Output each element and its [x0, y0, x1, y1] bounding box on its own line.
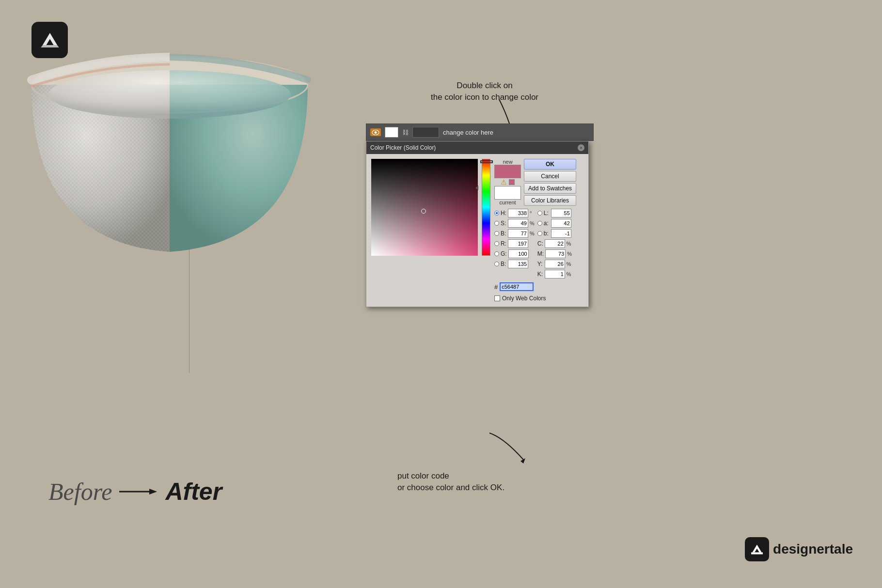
layer-thumbnail-white	[385, 127, 398, 138]
b3-field-row: b:	[537, 229, 572, 238]
add-to-swatches-button[interactable]: Add to Swatches	[524, 183, 576, 194]
m-unit: %	[567, 251, 572, 257]
hex-hash: #	[494, 283, 498, 291]
y-field-row: Y: %	[537, 260, 572, 268]
logo-bottom-right: designertale	[745, 537, 853, 561]
green-label: G:	[501, 250, 507, 257]
sat-input[interactable]	[508, 219, 528, 228]
red-field-row: R:	[494, 239, 535, 248]
sat-label: S:	[501, 220, 506, 227]
b3-label: b:	[544, 230, 550, 237]
red-label: R:	[501, 240, 506, 247]
logo-bottom-icon	[749, 542, 765, 557]
color-picker-close-button[interactable]: ×	[578, 144, 584, 151]
bright-unit: %	[530, 231, 535, 236]
k-input[interactable]	[545, 270, 565, 279]
m-input[interactable]	[545, 249, 566, 258]
sat-unit: %	[530, 220, 535, 226]
green-field-row: G:	[494, 249, 535, 258]
color-picker-title: Color Picker (Solid Color)	[370, 144, 436, 151]
l-field-row: L:	[537, 209, 572, 217]
layer-bar: ⛓ change color here	[366, 124, 594, 141]
gamut-warning-swatch[interactable]	[509, 179, 515, 185]
layer-name: change color here	[443, 129, 589, 136]
color-picker-right-panel: new ⚠ current OK Cancel Add to Swatches	[494, 159, 583, 302]
c-label: C:	[537, 240, 543, 247]
color-libraries-button[interactable]: Color Libraries	[524, 195, 576, 206]
svg-point-15	[375, 131, 377, 134]
before-after-labels: Before After	[48, 478, 222, 506]
y-unit: %	[567, 261, 571, 267]
layer-thumbnail-dark	[412, 127, 439, 138]
eye-icon[interactable]	[370, 128, 381, 136]
k-label: K:	[537, 271, 543, 278]
b3-radio[interactable]	[537, 231, 542, 236]
sat-radio[interactable]	[494, 221, 499, 226]
b3-input[interactable]	[551, 229, 571, 238]
hue-radio[interactable]	[494, 211, 499, 216]
m-label: M:	[537, 250, 544, 257]
current-color-swatch	[494, 186, 521, 200]
hex-input[interactable]	[500, 282, 534, 291]
red-input[interactable]	[508, 239, 528, 248]
color-picker-titlebar: Color Picker (Solid Color) ×	[366, 141, 588, 154]
bright-input[interactable]	[508, 229, 528, 238]
l-label: L:	[544, 210, 550, 217]
new-color-swatch	[494, 165, 521, 178]
bright-field-row: B: %	[494, 229, 535, 238]
m-field-row: M: %	[537, 249, 572, 258]
hue-field-row: H: °	[494, 209, 535, 217]
logo-box-icon	[745, 537, 769, 561]
a-radio[interactable]	[537, 221, 542, 226]
annotation-arrow-bottom	[485, 428, 533, 467]
swatch-buttons-row: new ⚠ current OK Cancel Add to Swatches	[494, 159, 583, 206]
green-radio[interactable]	[494, 251, 499, 256]
logo-bottom-text: designertale	[773, 542, 853, 557]
hue-label: H:	[501, 210, 506, 217]
c-field-row: C: %	[537, 239, 572, 248]
web-colors-checkbox[interactable]	[494, 295, 500, 301]
hue-input[interactable]	[508, 209, 528, 217]
svg-rect-17	[751, 552, 763, 554]
hue-unit: °	[530, 210, 532, 216]
a-input[interactable]	[551, 219, 571, 228]
svg-marker-12	[149, 489, 157, 495]
web-colors-label: Only Web Colors	[502, 295, 546, 302]
y-input[interactable]	[545, 260, 565, 268]
k-unit: %	[567, 271, 571, 277]
green-input[interactable]	[508, 249, 529, 258]
red-radio[interactable]	[494, 241, 499, 246]
blue-radio[interactable]	[494, 262, 499, 266]
c-unit: %	[567, 241, 571, 247]
blue-input[interactable]	[508, 260, 528, 268]
action-buttons: OK Cancel Add to Swatches Color Librarie…	[524, 159, 576, 206]
color-picker-body: new ⚠ current OK Cancel Add to Swatches	[366, 154, 588, 307]
k-field-row: K: %	[537, 270, 572, 279]
web-colors-row: Only Web Colors	[494, 295, 583, 302]
bright-label: B:	[501, 230, 506, 237]
hue-slider[interactable]	[482, 159, 490, 256]
after-arrow	[119, 487, 158, 496]
gradient-right-marker	[475, 186, 478, 190]
current-label: current	[499, 200, 516, 205]
hue-marker	[480, 160, 493, 163]
blue-label: B:	[501, 261, 506, 267]
ok-button[interactable]: OK	[524, 159, 576, 170]
swatch-preview-area: new ⚠ current	[494, 159, 521, 205]
y-label: Y:	[537, 261, 543, 267]
bright-radio[interactable]	[494, 231, 499, 236]
hex-field-row: #	[494, 282, 583, 291]
l-input[interactable]	[551, 209, 571, 217]
l-radio[interactable]	[537, 211, 542, 216]
photoshop-panel: ⛓ change color here Color Picker (Solid …	[366, 124, 594, 307]
layer-chain-icon: ⛓	[402, 129, 409, 136]
color-picker-dialog: Color Picker (Solid Color) × new	[366, 141, 589, 307]
bowl-illustration	[0, 0, 339, 281]
cancel-button[interactable]: Cancel	[524, 171, 576, 182]
color-gradient-field[interactable]	[371, 159, 478, 256]
sat-field-row: S: %	[494, 219, 535, 228]
a-field-row: a:	[537, 219, 572, 228]
hsb-rgb-col: H: ° S: %	[494, 209, 535, 279]
c-input[interactable]	[545, 239, 565, 248]
blue-field-row: B:	[494, 260, 535, 268]
